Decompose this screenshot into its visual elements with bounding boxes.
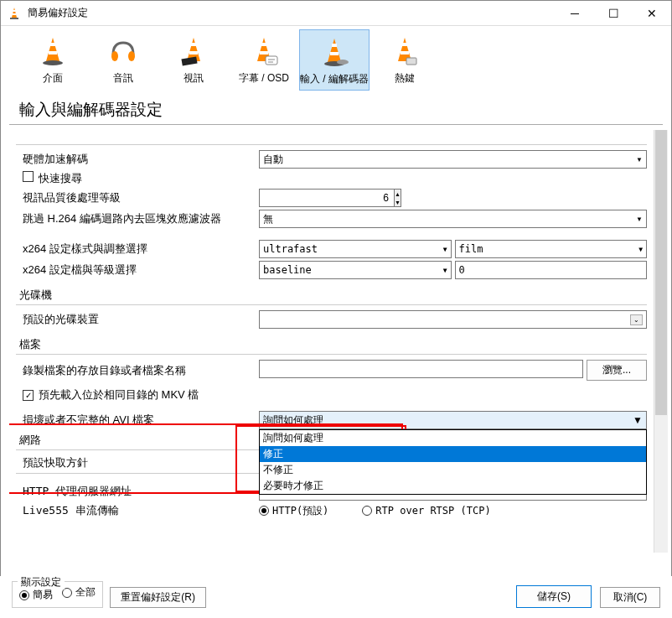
svg-rect-5 <box>50 43 55 46</box>
svg-point-24 <box>337 60 349 65</box>
section-disc: 光碟機 <box>16 288 647 305</box>
hotkey-icon <box>388 34 421 68</box>
category-toolbar: 介面 音訊 視訊 字幕 / OSD 輸入 / 編解碼器 熱鍵 <box>1 26 671 91</box>
dd-option-nofix[interactable]: 不修正 <box>260 462 646 478</box>
x264-tune-combo[interactable]: film▼ <box>455 240 648 258</box>
page-title: 輸入與編解碼器設定 <box>9 94 663 125</box>
svg-rect-17 <box>266 56 277 65</box>
codec-icon <box>318 35 351 69</box>
radio-http[interactable]: HTTP(預設) <box>259 504 328 518</box>
svg-rect-27 <box>401 51 409 55</box>
x264-profile-label: x264 設定檔與等級選擇 <box>16 262 259 278</box>
checkbox-icon <box>23 390 34 401</box>
record-path-input[interactable] <box>259 360 583 378</box>
checkbox-icon <box>23 171 34 182</box>
svg-point-7 <box>43 60 63 65</box>
tab-video[interactable]: 視訊 <box>158 29 229 91</box>
cancel-button[interactable]: 取消(C) <box>600 587 660 608</box>
settings-panel: . 硬體加速解碼 自動▼ 快速搜尋 視訊品質後處理等級 ▲▼ 跳過 H.264 … <box>9 130 654 553</box>
svg-rect-15 <box>261 43 266 46</box>
dd-option-fix[interactable]: 修正 <box>260 446 646 462</box>
svg-marker-0 <box>12 8 17 18</box>
reset-button[interactable]: 重置偏好設定(R) <box>110 587 206 608</box>
vertical-scrollbar[interactable] <box>654 130 668 553</box>
skip-h264-label: 跳過 H.264 編碼迴路內去區塊效應濾波器 <box>16 211 259 226</box>
headphones-icon <box>106 34 140 68</box>
video-quality-label: 視訊品質後處理等級 <box>16 190 259 205</box>
disc-default-combo[interactable]: ⌄ <box>259 310 647 329</box>
tab-hotkeys[interactable]: 熱鍵 <box>370 29 440 91</box>
tab-audio[interactable]: 音訊 <box>88 29 158 91</box>
clapper-icon <box>177 34 210 68</box>
x264-style-label: x264 設定樣式與調整選擇 <box>16 241 259 257</box>
browse-button[interactable]: 瀏覽... <box>587 360 647 381</box>
svg-marker-20 <box>328 39 341 62</box>
svg-rect-28 <box>406 58 416 65</box>
window-title: 簡易偏好設定 <box>28 6 556 20</box>
tab-interface[interactable]: 介面 <box>18 29 88 91</box>
x264-level-input[interactable] <box>455 261 648 279</box>
section-file: 檔案 <box>16 337 647 355</box>
svg-rect-3 <box>10 18 18 19</box>
svg-rect-12 <box>189 51 198 55</box>
hw-decode-combo[interactable]: 自動▼ <box>259 150 647 169</box>
skip-h264-combo[interactable]: 無▼ <box>259 210 647 228</box>
cone-icon <box>36 34 70 68</box>
close-button[interactable]: ✕ <box>633 1 671 26</box>
live555-label: Live555 串流傳輸 <box>16 503 259 518</box>
svg-rect-6 <box>49 51 57 55</box>
window-titlebar: 簡易偏好設定 ─ ☐ ✕ <box>1 1 671 26</box>
svg-marker-4 <box>46 38 59 61</box>
tab-subtitles[interactable]: 字幕 / OSD <box>229 29 299 91</box>
svg-point-9 <box>128 51 135 61</box>
scroll-thumb[interactable] <box>655 130 667 415</box>
fast-search-check[interactable]: 快速搜尋 <box>16 171 259 186</box>
hw-decode-label: 硬體加速解碼 <box>16 152 259 167</box>
subtitle-icon <box>247 34 281 68</box>
svg-rect-2 <box>13 13 16 15</box>
svg-rect-26 <box>402 43 407 46</box>
dd-option-ask[interactable]: 詢問如何處理 <box>260 430 646 446</box>
radio-simple[interactable]: 簡易 <box>19 588 53 602</box>
dd-option-fixneeded[interactable]: 必要時才修正 <box>260 478 646 494</box>
svg-rect-16 <box>260 51 268 55</box>
record-path-label: 錄製檔案的存放目錄或者檔案名稱 <box>16 363 259 378</box>
disc-default-label: 預設的光碟裝置 <box>16 312 259 327</box>
show-settings-group: 顯示設定 簡易 全部 <box>12 581 103 608</box>
svg-rect-13 <box>181 56 197 65</box>
maximize-button[interactable]: ☐ <box>594 1 633 26</box>
svg-point-8 <box>111 51 118 61</box>
avi-repair-label: 損壞或者不完整的 AVI 檔案 <box>16 413 259 428</box>
avi-repair-dropdown-list: 詢問如何處理 修正 不修正 必要時才修正 <box>259 429 647 495</box>
minimize-button[interactable]: ─ <box>556 1 594 26</box>
svg-rect-11 <box>191 43 196 46</box>
radio-rtp[interactable]: RTP over RTSP (TCP) <box>362 505 490 517</box>
tab-input-codecs[interactable]: 輸入 / 編解碼器 <box>299 29 370 91</box>
radio-all[interactable]: 全部 <box>62 585 96 600</box>
http-proxy-label: HTTP 代理伺服器網址 <box>16 484 259 499</box>
svg-rect-22 <box>330 52 339 55</box>
x264-preset-combo[interactable]: ultrafast▼ <box>259 240 452 258</box>
svg-rect-1 <box>13 10 16 12</box>
svg-rect-21 <box>332 44 337 47</box>
avi-repair-combo[interactable]: 詢問如何處理▼ 詢問如何處理 修正 不修正 必要時才修正 <box>259 411 647 429</box>
x264-profile-combo[interactable]: baseline▼ <box>259 261 452 279</box>
app-icon <box>8 7 21 20</box>
dialog-footer: 顯示設定 簡易 全部 重置偏好設定(R) 儲存(S) 取消(C) <box>0 576 672 618</box>
save-button[interactable]: 儲存(S) <box>516 585 592 608</box>
preload-mkv-check[interactable]: 預先載入位於相同目錄的 MKV 檔 <box>16 387 199 402</box>
video-quality-spin[interactable]: ▲▼ <box>259 189 341 207</box>
